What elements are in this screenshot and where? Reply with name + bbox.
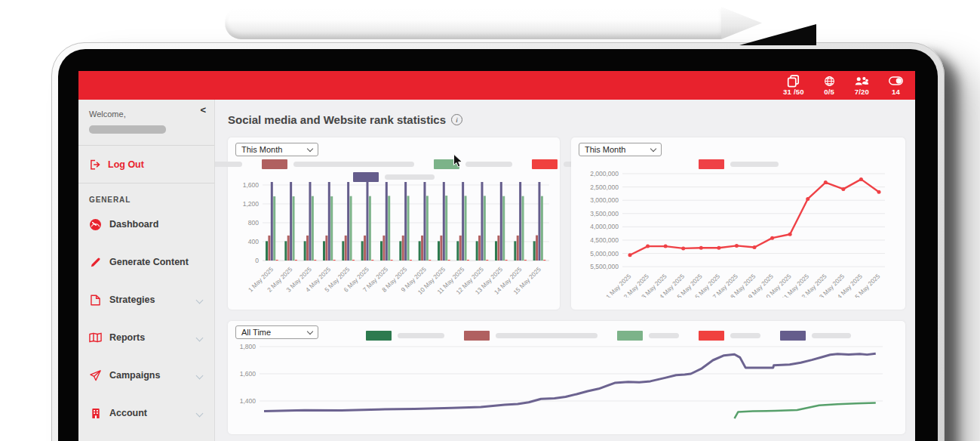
stat-value: 7/20 — [855, 88, 869, 96]
svg-text:2,500,000: 2,500,000 — [590, 183, 619, 191]
tablet-bezel: 31 /500/57/2014 < Welcome, Log Out G — [58, 49, 938, 441]
svg-text:5,000,000: 5,000,000 — [590, 250, 619, 258]
top-bar: 31 /500/57/2014 — [78, 71, 915, 100]
chevron-down-icon — [307, 146, 313, 152]
legend-swatch — [699, 159, 724, 169]
legend-social — [235, 159, 552, 182]
globe-icon — [824, 76, 835, 87]
svg-text:1,600: 1,600 — [240, 370, 257, 378]
legend-label-placeholder — [465, 162, 512, 167]
sidebar-item-generate-content[interactable]: Generate Content — [78, 243, 214, 281]
legend-swatch — [366, 331, 392, 341]
chevron-down-icon — [196, 335, 204, 342]
building-icon — [89, 407, 102, 420]
logout-icon — [89, 158, 102, 171]
sidebar-item-dashboard[interactable]: Dashboard — [78, 205, 214, 243]
legend-item[interactable] — [780, 331, 851, 341]
sidebar: < Welcome, Log Out GENERAL DashboardGene… — [78, 100, 215, 441]
top-bar-stat[interactable]: 14 — [889, 76, 903, 96]
svg-text:800: 800 — [248, 219, 259, 227]
top-bar-stat[interactable]: 0/5 — [824, 76, 835, 96]
legend-item[interactable] — [699, 159, 779, 169]
legend-label-placeholder — [215, 162, 242, 167]
info-icon[interactable]: i — [451, 114, 462, 125]
legend-item[interactable] — [353, 172, 435, 182]
legend-item[interactable] — [262, 159, 414, 169]
svg-text:0: 0 — [255, 257, 259, 264]
bar-chart-svg: 04008001,2001,6001 May 20252 May 20253 M… — [235, 182, 552, 307]
legend-alltime — [318, 328, 898, 341]
send-icon — [89, 369, 102, 382]
top-bar-stat[interactable]: 31 /50 — [783, 76, 804, 96]
legend-rank — [579, 159, 898, 169]
svg-text:4,000,000: 4,000,000 — [590, 223, 619, 230]
legend-swatch — [464, 331, 490, 341]
sidebar-section-label: GENERAL — [89, 196, 214, 204]
svg-text:3,500,000: 3,500,000 — [590, 210, 619, 217]
svg-text:2,000,000: 2,000,000 — [590, 170, 619, 177]
chevron-down-icon — [196, 372, 204, 380]
legend-swatch — [699, 331, 724, 341]
app-window: 31 /500/57/2014 < Welcome, Log Out G — [78, 71, 915, 441]
legend-label-placeholder — [730, 333, 760, 338]
legend-label-placeholder — [385, 174, 435, 180]
legend-label-placeholder — [730, 162, 779, 167]
stat-value: 0/5 — [824, 88, 834, 96]
filter-dropdown-alltime[interactable]: All Time — [235, 325, 318, 339]
legend-swatch — [434, 159, 459, 169]
svg-text:3,000,000: 3,000,000 — [590, 196, 619, 204]
svg-text:5,500,000: 5,500,000 — [590, 263, 619, 270]
top-bar-stats: 31 /500/57/2014 — [783, 76, 903, 96]
user-name-placeholder — [89, 125, 166, 134]
main-content: Social media and Website rank statistics… — [215, 100, 915, 441]
stylus-pencil — [225, 7, 723, 39]
chevron-down-icon — [196, 410, 204, 418]
legend-item[interactable] — [366, 331, 444, 341]
legend-swatch — [617, 331, 643, 341]
legend-item[interactable] — [699, 331, 760, 341]
chevron-down-icon — [650, 146, 656, 152]
stat-value: 14 — [892, 88, 900, 96]
sidebar-nav: DashboardGenerate ContentStrategiesRepor… — [78, 205, 214, 432]
panel-social-media-daily: This Month 04008001,2001,6001 May 20252 … — [228, 137, 560, 310]
logout-button[interactable]: Log Out — [78, 146, 214, 183]
page-title: Social media and Website rank statistics… — [228, 113, 905, 126]
sidebar-collapse-button[interactable]: < — [200, 105, 206, 115]
welcome-label: Welcome, — [89, 109, 204, 119]
sidebar-item-label: Account — [109, 408, 147, 418]
legend-item[interactable] — [617, 331, 679, 341]
chevron-down-icon — [196, 297, 204, 304]
svg-text:400: 400 — [248, 238, 259, 245]
chevron-down-icon — [307, 328, 313, 335]
tablet-device: 31 /500/57/2014 < Welcome, Log Out G — [51, 42, 945, 441]
legend-swatch — [353, 172, 379, 182]
legend-swatch — [780, 331, 806, 341]
map-icon — [89, 332, 102, 344]
legend-item[interactable] — [215, 159, 242, 169]
sidebar-item-account[interactable]: Account — [78, 394, 214, 432]
sidebar-item-campaigns[interactable]: Campaigns — [78, 356, 214, 394]
legend-label-placeholder — [812, 333, 851, 338]
svg-text:1,200: 1,200 — [243, 200, 260, 208]
rank-line-chart-svg: 2,000,0002,500,0003,000,0003,500,0004,00… — [579, 169, 889, 298]
sidebar-item-reports[interactable]: Reports — [78, 319, 214, 356]
legend-label-placeholder — [398, 333, 444, 338]
top-bar-stat[interactable]: 7/20 — [855, 76, 869, 96]
panel-all-time: All Time 1,8001,6001,400 — [228, 321, 905, 434]
legend-label-placeholder — [649, 333, 679, 338]
page-background: 31 /500/57/2014 < Welcome, Log Out G — [0, 0, 980, 441]
gauge-icon — [89, 218, 102, 231]
panel-website-rank: This Month 2,000,0002,500,0003,000,0003,… — [571, 137, 905, 310]
stat-value: 31 /50 — [783, 88, 804, 96]
legend-swatch — [262, 159, 287, 169]
stylus-pencil-tip — [721, 7, 762, 39]
legend-item[interactable] — [434, 159, 512, 169]
sidebar-item-strategies[interactable]: Strategies — [78, 281, 214, 319]
welcome-block: Welcome, — [78, 100, 214, 146]
filter-dropdown-social[interactable]: This Month — [235, 143, 318, 156]
legend-item[interactable] — [464, 331, 598, 341]
users-icon — [855, 76, 869, 87]
svg-text:1,800: 1,800 — [240, 343, 257, 350]
filter-dropdown-rank[interactable]: This Month — [579, 143, 662, 156]
sidebar-item-label: Reports — [109, 332, 145, 343]
